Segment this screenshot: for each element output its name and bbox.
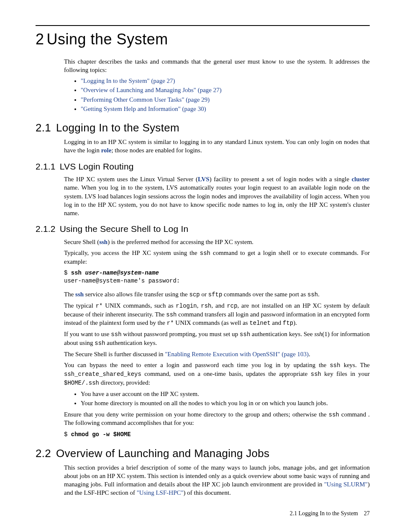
top-rule	[36, 25, 370, 26]
toc-item: "Getting System Help and Information" (p…	[81, 105, 370, 113]
chapter-intro: This chapter describes the tasks and com…	[64, 57, 370, 75]
code-example-2: $ chmod go -w $HOME	[64, 431, 370, 439]
lsf-link[interactable]: "Using LSF-HPC"	[137, 489, 184, 496]
footer-page: 27	[364, 510, 370, 517]
section-title: Overview of Launching and Managing Jobs	[56, 447, 269, 460]
chapter-number: 2	[36, 31, 44, 48]
s212-p6: The Secure Shell is further discussed in…	[64, 350, 370, 358]
s212-p4: The typical r* UNIX commands, such as rl…	[64, 301, 370, 328]
s211-para: The HP XC system uses the Linux Virtual …	[64, 175, 370, 217]
footer-section: 2.1 Logging In to the System	[290, 510, 358, 517]
subsection-number: 2.1.2	[36, 224, 56, 234]
toc-item: "Performing Other Common User Tasks" (pa…	[81, 95, 370, 104]
ssh-code: ssh	[200, 250, 210, 257]
subsection-title: LVS Login Routing	[60, 162, 134, 171]
list-item: You have a user account on the HP XC sys…	[81, 390, 370, 398]
code-example-1: $ ssh user-name@system-name user-name@sy…	[64, 269, 370, 285]
chapter-title: 2Using the System	[36, 29, 370, 50]
s22-para: This section provides a brief descriptio…	[64, 463, 370, 497]
section-2-2-heading: 2.2Overview of Launching and Managing Jo…	[36, 446, 370, 461]
s21-para: Logging in to an HP XC system is similar…	[64, 138, 370, 155]
page-footer: 2.1 Logging In to the System 27	[36, 510, 370, 518]
section-2-1-1-heading: 2.1.1LVS Login Routing	[36, 161, 370, 172]
s212-bullets: You have a user account on the HP XC sys…	[64, 390, 370, 408]
s212-p5: If you want to use ssh without password …	[64, 330, 370, 347]
chapter-title-text: Using the System	[47, 31, 168, 48]
s212-p2: Typically, you access the HP XC system u…	[64, 249, 370, 266]
s212-p7: You can bypass the need to enter a login…	[64, 361, 370, 387]
section-number: 2.2	[36, 447, 51, 460]
subsection-number: 2.1.1	[36, 162, 56, 171]
s212-p3: The ssh service also allows file transfe…	[64, 290, 370, 299]
role-link[interactable]: role	[101, 147, 112, 154]
cluster-link[interactable]: cluster	[352, 176, 370, 182]
list-item: Your home directory is mounted on all th…	[81, 399, 370, 407]
toc-item: "Logging In to the System" (page 27)	[81, 77, 370, 85]
s212-p1: Secure Shell (ssh) is the preferred meth…	[64, 238, 370, 246]
toc-link[interactable]: "Getting System Help and Information" (p…	[81, 105, 206, 112]
subsection-title: Using the Secure Shell to Log In	[60, 224, 189, 234]
toc-link[interactable]: "Overview of Launching and Managing Jobs…	[81, 87, 222, 93]
s212-p8: Ensure that you deny write permission on…	[64, 410, 370, 427]
section-2-1-2-heading: 2.1.2Using the Secure Shell to Log In	[36, 223, 370, 235]
openssh-link[interactable]: "Enabling Remote Execution with OpenSSH"…	[165, 351, 309, 357]
lvs-link[interactable]: LVS	[198, 176, 210, 182]
toc-link[interactable]: "Performing Other Common User Tasks" (pa…	[81, 96, 210, 103]
toc-link[interactable]: "Logging In to the System" (page 27)	[81, 77, 175, 84]
section-number: 2.1	[36, 121, 51, 134]
section-title: Logging In to the System	[56, 121, 179, 134]
slurm-link[interactable]: "Using SLURM"	[324, 481, 368, 488]
ssh-link[interactable]: ssh	[75, 291, 84, 298]
toc-item: "Overview of Launching and Managing Jobs…	[81, 86, 370, 94]
toc-list: "Logging In to the System" (page 27) "Ov…	[64, 77, 370, 113]
section-2-1-heading: 2.1Logging In to the System	[36, 121, 370, 135]
ssh-link[interactable]: ssh	[99, 239, 107, 245]
